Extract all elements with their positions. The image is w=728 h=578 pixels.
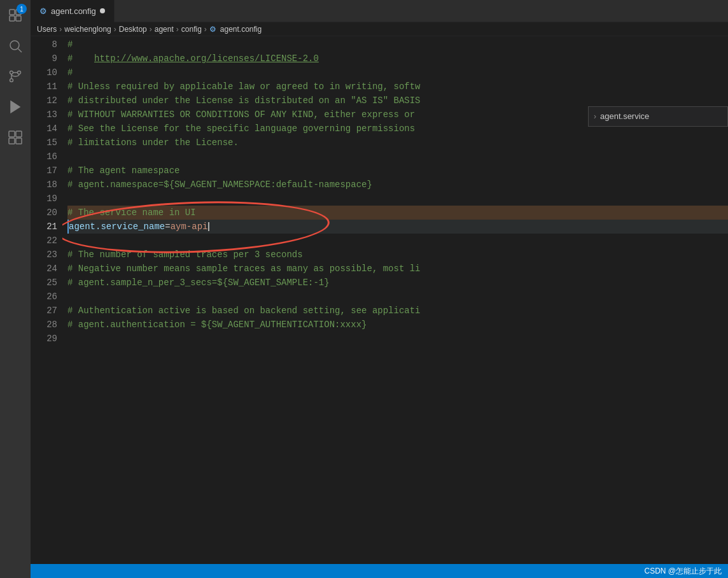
code-line-19	[67, 192, 728, 206]
code-line-22	[67, 234, 728, 248]
source-control-icon[interactable]	[0, 61, 31, 92]
code-editor[interactable]: # # http://www.apache.org/licenses/LICEN…	[62, 36, 728, 564]
autocomplete-header: › agent.service	[589, 107, 727, 126]
svg-rect-3	[16, 16, 21, 21]
svg-rect-10	[9, 131, 15, 137]
tab-bar: ⚙ agent.config	[31, 0, 728, 22]
breadcrumb-users[interactable]: Users	[37, 25, 57, 34]
breadcrumb-config[interactable]: config	[181, 25, 202, 34]
code-line-12: # distributed under the License is distr…	[67, 94, 728, 108]
svg-rect-2	[10, 16, 15, 21]
editor-content: 8 9 10 11 12 13 14 15 16 17 18 19 20 21 …	[31, 36, 728, 564]
code-line-17: # The agent namespace	[67, 164, 728, 178]
autocomplete-popup[interactable]: › agent.service	[588, 106, 728, 127]
code-line-18: # agent.namespace=${SW_AGENT_NAMESPACE:d…	[67, 178, 728, 192]
svg-rect-0	[10, 10, 15, 15]
editor-tab[interactable]: ⚙ agent.config	[31, 0, 115, 22]
svg-point-8	[10, 79, 13, 82]
svg-point-7	[18, 71, 21, 74]
code-line-25: # agent.sample_n_per_3_secs=${SW_AGENT_S…	[67, 276, 728, 290]
extensions-icon[interactable]: 1	[0, 0, 31, 31]
code-line-26	[67, 290, 728, 304]
code-line-8: #	[67, 38, 728, 52]
breadcrumb-weichenglong[interactable]: weichenglong	[64, 25, 111, 34]
code-line-16	[67, 150, 728, 164]
code-line-29	[67, 332, 728, 346]
extensions2-icon[interactable]	[0, 122, 31, 153]
tab-modified-dot	[100, 8, 105, 13]
svg-rect-12	[9, 138, 15, 144]
code-line-15: # limitations under the License.	[67, 136, 728, 150]
activity-bar: 1	[0, 0, 31, 578]
autocomplete-chevron-icon: ›	[594, 109, 596, 123]
code-line-11: # Unless required by applicable law or a…	[67, 80, 728, 94]
code-line-24: # Negative number means sample traces as…	[67, 262, 728, 276]
autocomplete-item-label[interactable]: agent.service	[600, 109, 649, 123]
tab-label: agent.config	[51, 6, 96, 16]
svg-line-5	[18, 49, 22, 53]
breadcrumb-agent[interactable]: agent	[155, 25, 174, 34]
breadcrumb-file-icon: ⚙	[209, 25, 216, 34]
breadcrumb-filename[interactable]: agent.config	[220, 25, 262, 34]
code-line-23: # The number of sampled traces per 3 sec…	[67, 248, 728, 262]
code-line-20: # The service name in UI	[67, 206, 728, 220]
code-line-21: agent.service_name=aym-api	[67, 220, 728, 234]
status-bar: CSDN @怎能止步于此	[31, 564, 728, 578]
editor-area: ⚙ agent.config Users › weichenglong › De…	[31, 0, 728, 578]
code-line-10: #	[67, 66, 728, 80]
status-watermark: CSDN @怎能止步于此	[644, 566, 722, 577]
search-icon[interactable]	[0, 31, 31, 61]
svg-rect-11	[16, 131, 22, 137]
code-line-27: # Authentication active is based on back…	[67, 304, 728, 318]
code-line-28: # agent.authentication = ${SW_AGENT_AUTH…	[67, 318, 728, 332]
tab-file-icon: ⚙	[39, 6, 47, 16]
line-numbers: 8 9 10 11 12 13 14 15 16 17 18 19 20 21 …	[31, 36, 62, 564]
code-line-9: # http://www.apache.org/licenses/LICENSE…	[67, 52, 728, 66]
svg-rect-13	[16, 138, 22, 144]
svg-marker-9	[11, 101, 20, 113]
extensions-badge: 1	[17, 4, 27, 14]
svg-point-6	[10, 71, 13, 74]
run-icon[interactable]	[0, 92, 31, 122]
svg-point-4	[10, 41, 19, 50]
breadcrumb-desktop[interactable]: Desktop	[119, 25, 147, 34]
breadcrumb: Users › weichenglong › Desktop › agent ›…	[31, 22, 728, 36]
